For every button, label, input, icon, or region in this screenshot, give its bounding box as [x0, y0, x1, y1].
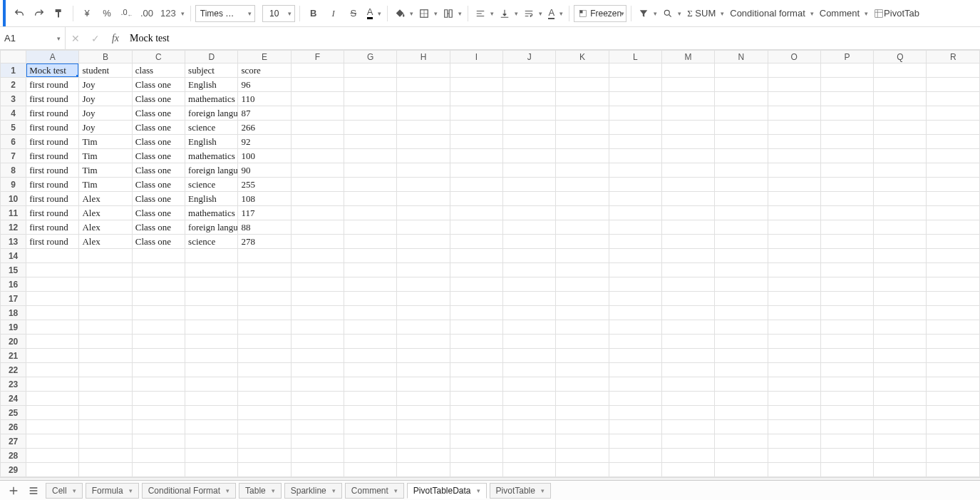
row-header[interactable]: 29	[1, 463, 26, 477]
column-header[interactable]: C	[132, 51, 185, 63]
cell[interactable]	[820, 263, 873, 277]
cell[interactable]	[185, 463, 238, 477]
cell[interactable]: Joy	[79, 121, 132, 135]
cell[interactable]	[502, 463, 555, 477]
italic-button[interactable]: I	[324, 4, 343, 23]
cell[interactable]	[715, 163, 768, 178]
cell[interactable]	[397, 206, 450, 220]
cell[interactable]	[661, 277, 714, 292]
cell[interactable]	[609, 121, 661, 135]
cell[interactable]: first round	[26, 121, 79, 135]
row-header[interactable]: 7	[1, 149, 26, 163]
cell[interactable]	[820, 63, 873, 78]
cell[interactable]: score	[238, 63, 291, 78]
cell[interactable]	[344, 121, 397, 135]
cell[interactable]	[609, 420, 661, 434]
cell[interactable]	[661, 263, 714, 277]
cell[interactable]	[450, 63, 502, 78]
column-header[interactable]: A	[26, 51, 79, 63]
cell[interactable]	[820, 406, 873, 420]
cell[interactable]	[502, 392, 555, 406]
cell[interactable]	[927, 220, 980, 235]
find-button[interactable]	[660, 4, 683, 23]
cell[interactable]	[397, 220, 450, 235]
cell[interactable]	[185, 434, 238, 449]
sheet-tab[interactable]: Cell	[46, 483, 83, 499]
cell[interactable]	[927, 163, 980, 178]
cell[interactable]	[715, 420, 768, 434]
cell[interactable]	[26, 320, 79, 335]
v-align-button[interactable]	[497, 4, 520, 23]
cell[interactable]	[927, 449, 980, 463]
cell[interactable]	[874, 220, 927, 235]
cell[interactable]	[291, 78, 344, 92]
cell[interactable]	[185, 420, 238, 434]
decrease-decimal-button[interactable]: .0←	[118, 4, 136, 23]
cell[interactable]	[556, 92, 609, 106]
sum-dropdown[interactable]: Σ SUM	[684, 4, 726, 23]
cell[interactable]	[927, 420, 980, 434]
cell[interactable]	[26, 420, 79, 434]
column-header[interactable]: I	[450, 51, 502, 63]
cell[interactable]	[397, 463, 450, 477]
cell[interactable]: foreign langu	[185, 220, 238, 235]
cell[interactable]	[238, 463, 291, 477]
cell[interactable]	[450, 434, 502, 449]
cell[interactable]	[661, 121, 714, 135]
cell[interactable]	[768, 206, 820, 220]
cell[interactable]	[344, 320, 397, 335]
cell[interactable]	[291, 149, 344, 163]
cell[interactable]	[927, 363, 980, 377]
cell[interactable]	[820, 420, 873, 434]
merge-cells-button[interactable]	[440, 4, 463, 23]
row-header[interactable]: 4	[1, 106, 26, 121]
cell[interactable]	[26, 292, 79, 306]
cell[interactable]	[715, 220, 768, 235]
row-header[interactable]: 2	[1, 78, 26, 92]
cell[interactable]: Class one	[132, 78, 185, 92]
increase-decimal-button[interactable]: .00	[138, 4, 156, 23]
cell[interactable]: Class one	[132, 220, 185, 235]
cell[interactable]: mathematics	[185, 206, 238, 220]
cell[interactable]: Alex	[79, 206, 132, 220]
cell[interactable]	[874, 92, 927, 106]
name-box[interactable]	[0, 27, 66, 49]
cell[interactable]	[450, 377, 502, 392]
cell[interactable]	[556, 363, 609, 377]
row-header[interactable]: 27	[1, 434, 26, 449]
row-header[interactable]: 6	[1, 135, 26, 149]
row-header[interactable]: 22	[1, 363, 26, 377]
column-header[interactable]: Q	[874, 51, 927, 63]
cell[interactable]	[768, 434, 820, 449]
column-header[interactable]: F	[291, 51, 344, 63]
cell[interactable]	[185, 249, 238, 263]
cell[interactable]	[927, 63, 980, 78]
cell[interactable]	[768, 449, 820, 463]
cell[interactable]	[609, 206, 661, 220]
cell[interactable]	[79, 306, 132, 320]
cell[interactable]	[768, 320, 820, 335]
cell[interactable]	[661, 235, 714, 249]
cell[interactable]: 266	[238, 121, 291, 135]
cell[interactable]	[344, 92, 397, 106]
cell[interactable]	[185, 320, 238, 335]
cell[interactable]	[291, 306, 344, 320]
cell[interactable]	[291, 335, 344, 349]
cell[interactable]: English	[185, 78, 238, 92]
cell[interactable]	[715, 463, 768, 477]
font-color-button[interactable]: A	[364, 4, 383, 23]
cell[interactable]	[79, 377, 132, 392]
cell[interactable]	[450, 363, 502, 377]
cell[interactable]	[344, 349, 397, 363]
cell[interactable]	[344, 420, 397, 434]
cell[interactable]: first round	[26, 206, 79, 220]
row-header[interactable]: 20	[1, 335, 26, 349]
cell[interactable]	[397, 106, 450, 121]
cell[interactable]	[768, 220, 820, 235]
cell[interactable]	[450, 335, 502, 349]
cell[interactable]	[291, 392, 344, 406]
cell[interactable]	[556, 78, 609, 92]
cell[interactable]	[556, 163, 609, 178]
cell[interactable]	[397, 292, 450, 306]
column-header[interactable]: E	[238, 51, 291, 63]
